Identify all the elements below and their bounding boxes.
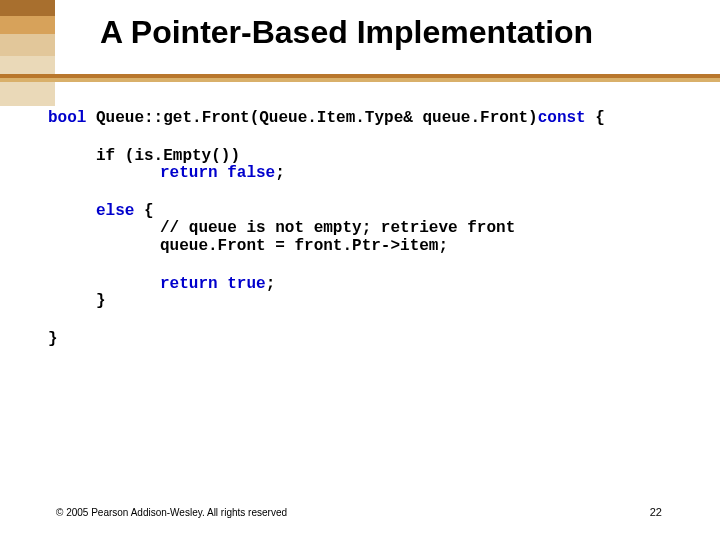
code-text: ; (266, 275, 276, 293)
stripe (0, 16, 55, 34)
code-line-signature: bool Queue::get.Front(Queue.Item.Type& q… (48, 110, 710, 128)
page-title: A Pointer-Based Implementation (100, 14, 700, 51)
keyword-return: return (160, 275, 218, 293)
code-line-return-false: return false; (160, 165, 710, 183)
page-number: 22 (650, 506, 662, 518)
keyword-true: true (218, 275, 266, 293)
keyword-else: else (96, 202, 134, 220)
code-line-else: else { (96, 203, 710, 221)
keyword-bool: bool (48, 109, 86, 127)
keyword-false: false (218, 164, 276, 182)
code-line-if: if (is.Empty()) (96, 148, 710, 166)
code-line-brace-outer: } (48, 331, 710, 349)
keyword-return: return (160, 164, 218, 182)
decorative-stripes (0, 0, 55, 106)
code-line-brace: } (96, 293, 710, 311)
title-underline (0, 74, 720, 82)
code-line-assign: queue.Front = front.Ptr->item; (160, 238, 710, 256)
code-block: bool Queue::get.Front(Queue.Item.Type& q… (48, 110, 710, 348)
copyright-text: © 2005 Pearson Addison-Wesley. All right… (56, 507, 287, 518)
stripe (0, 0, 55, 16)
stripe (0, 34, 55, 56)
keyword-const: const (538, 109, 586, 127)
slide: A Pointer-Based Implementation bool Queu… (0, 0, 720, 540)
code-text: ; (275, 164, 285, 182)
code-text: { (586, 109, 605, 127)
code-line-comment: // queue is not empty; retrieve front (160, 220, 710, 238)
code-line-return-true: return true; (160, 276, 710, 294)
code-text: Queue::get.Front(Queue.Item.Type& queue.… (86, 109, 537, 127)
code-text: { (134, 202, 153, 220)
